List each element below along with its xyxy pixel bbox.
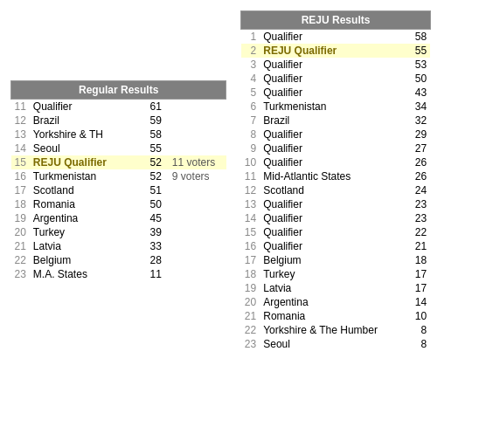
row-score: 52 — [143, 169, 165, 183]
row-score: 55 — [143, 141, 165, 155]
row-number: 13 — [241, 197, 260, 211]
row-score: 27 — [408, 141, 430, 155]
row-number: 20 — [241, 295, 260, 309]
row-name: Qualifier — [260, 141, 408, 155]
row-name: Turkmenistan — [30, 169, 143, 183]
row-number: 21 — [241, 309, 260, 323]
left-table-title: Regular Results — [11, 81, 226, 100]
row-name: Qualifier — [260, 197, 408, 211]
row-number: 16 — [241, 239, 260, 253]
row-number: 11 — [11, 100, 30, 114]
row-number: 20 — [11, 225, 30, 239]
row-score: 18 — [408, 253, 430, 267]
row-number: 7 — [241, 114, 260, 128]
row-name: Argentina — [30, 211, 143, 225]
table-row: 8Qualifier29 — [241, 128, 430, 141]
row-note — [165, 253, 226, 267]
row-name: Seoul — [30, 141, 143, 155]
row-name: Yorkshire & TH — [30, 128, 143, 141]
right-table-wrapper: REJU Results 1Qualifier582REJU Qualifier… — [240, 10, 430, 351]
table-row: 13Qualifier23 — [241, 197, 430, 211]
row-score: 14 — [408, 295, 430, 309]
row-score: 23 — [408, 211, 430, 225]
row-name: Romania — [260, 309, 408, 323]
row-name: Latvia — [30, 239, 143, 253]
row-note — [165, 100, 226, 114]
row-number: 16 — [11, 169, 30, 183]
table-row: 16Qualifier21 — [241, 239, 430, 253]
row-number: 13 — [11, 128, 30, 141]
row-score: 53 — [408, 58, 430, 72]
row-name: Qualifier — [30, 100, 143, 114]
row-score: 32 — [408, 114, 430, 128]
row-score: 21 — [408, 239, 430, 253]
table-row: 12Scotland24 — [241, 183, 430, 197]
row-number: 18 — [11, 197, 30, 211]
table-row: 20Turkey39 — [11, 225, 226, 239]
row-name: Qualifier — [260, 72, 408, 86]
left-table-wrapper: Regular Results 11Qualifier6112Brazil591… — [10, 80, 226, 281]
row-score: 43 — [408, 86, 430, 100]
row-name: Turkey — [30, 225, 143, 239]
table-row: 12Brazil59 — [11, 114, 226, 128]
row-score: 61 — [143, 100, 165, 114]
table-row: 22Yorkshire & The Humber8 — [241, 323, 430, 337]
row-name: Turkmenistan — [260, 100, 408, 114]
row-number: 4 — [241, 72, 260, 86]
row-note — [165, 225, 226, 239]
table-row: 2REJU Qualifier55 — [241, 44, 430, 58]
table-row: 5Qualifier43 — [241, 86, 430, 100]
row-number: 2 — [241, 44, 260, 58]
row-name: Scotland — [260, 183, 408, 197]
row-score: 55 — [408, 44, 430, 58]
table-row: 18Romania50 — [11, 197, 226, 211]
row-score: 24 — [408, 183, 430, 197]
row-number: 9 — [241, 141, 260, 155]
table-row: 10Qualifier26 — [241, 155, 430, 169]
row-name: Brazil — [260, 114, 408, 128]
row-score: 23 — [408, 197, 430, 211]
row-note: 9 voters — [165, 169, 226, 183]
row-name: Romania — [30, 197, 143, 211]
row-score: 45 — [143, 211, 165, 225]
row-note — [165, 267, 226, 281]
row-name: Seoul — [260, 337, 408, 351]
table-row: 18Turkey17 — [241, 267, 430, 281]
row-score: 17 — [408, 281, 430, 295]
row-score: 11 — [143, 267, 165, 281]
row-note: 11 voters — [165, 155, 226, 169]
row-score: 26 — [408, 169, 430, 183]
row-score: 17 — [408, 267, 430, 281]
row-note — [165, 114, 226, 128]
row-score: 59 — [143, 114, 165, 128]
table-row: 17Belgium18 — [241, 253, 430, 267]
row-name: Yorkshire & The Humber — [260, 323, 408, 337]
right-table-title: REJU Results — [241, 11, 430, 30]
row-score: 39 — [143, 225, 165, 239]
row-number: 21 — [11, 239, 30, 253]
row-number: 14 — [11, 141, 30, 155]
row-name: Qualifier — [260, 239, 408, 253]
row-number: 17 — [241, 253, 260, 267]
row-note — [165, 197, 226, 211]
main-container: Regular Results 11Qualifier6112Brazil591… — [7, 7, 486, 355]
row-name: REJU Qualifier — [30, 155, 143, 169]
table-row: 9Qualifier27 — [241, 141, 430, 155]
row-score: 58 — [408, 30, 430, 45]
row-name: REJU Qualifier — [260, 44, 408, 58]
row-score: 8 — [408, 337, 430, 351]
row-note — [165, 211, 226, 225]
row-number: 22 — [11, 253, 30, 267]
row-name: Qualifier — [260, 128, 408, 141]
table-row: 23M.A. States11 — [11, 267, 226, 281]
row-number: 3 — [241, 58, 260, 72]
row-score: 22 — [408, 225, 430, 239]
table-row: 1Qualifier58 — [241, 30, 430, 45]
table-row: 15REJU Qualifier5211 voters — [11, 155, 226, 169]
table-row: 6Turkmenistan34 — [241, 100, 430, 114]
row-score: 58 — [143, 128, 165, 141]
row-score: 34 — [408, 100, 430, 114]
row-number: 12 — [241, 183, 260, 197]
row-score: 50 — [408, 72, 430, 86]
table-row: 21Latvia33 — [11, 239, 226, 253]
